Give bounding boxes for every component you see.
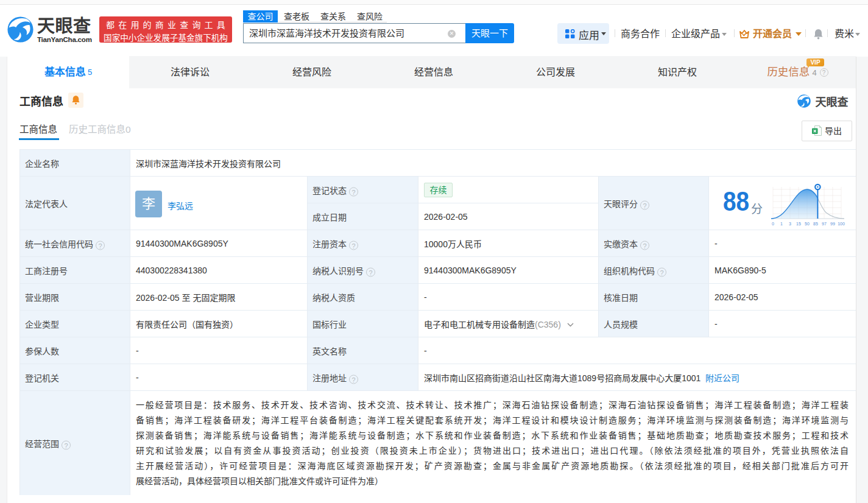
svg-text:50: 50 [805,222,810,226]
svg-text:15: 15 [796,222,801,226]
svg-text:85: 85 [813,222,818,226]
svg-text:97: 97 [822,222,827,226]
svg-text:99: 99 [830,222,835,226]
svg-text:3: 3 [789,222,791,226]
svg-text:1: 1 [780,222,783,226]
svg-text:100: 100 [838,222,845,226]
svg-text:0: 0 [772,222,774,226]
